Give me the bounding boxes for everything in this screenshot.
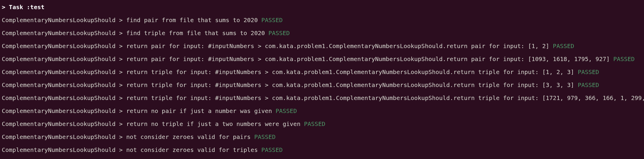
test-description: ComplementaryNumbersLookupShould > retur…: [2, 107, 275, 114]
test-result-line: ComplementaryNumbersLookupShould > retur…: [2, 54, 642, 64]
task-label: Task :test: [9, 4, 44, 11]
test-status: PASSED: [268, 29, 290, 37]
test-status: PASSED: [261, 17, 283, 24]
test-description: ComplementaryNumbersLookupShould > retur…: [2, 120, 304, 127]
test-result-line: ComplementaryNumbersLookupShould > not c…: [2, 132, 642, 142]
test-result-line: ComplementaryNumbersLookupShould > retur…: [2, 80, 642, 90]
test-status: PASSED: [254, 133, 275, 140]
test-result-line: ComplementaryNumbersLookupShould > retur…: [2, 67, 642, 77]
test-status: PASSED: [578, 81, 599, 88]
test-result-line: ComplementaryNumbersLookupShould > retur…: [2, 41, 642, 51]
test-result-line: ComplementaryNumbersLookupShould > retur…: [2, 119, 642, 129]
test-description: ComplementaryNumbersLookupShould > retur…: [2, 42, 553, 50]
test-status: PASSED: [304, 120, 325, 127]
test-description: ComplementaryNumbersLookupShould > not c…: [2, 133, 254, 140]
test-status: PASSED: [613, 55, 635, 63]
test-description: ComplementaryNumbersLookupShould > not c…: [2, 146, 261, 153]
test-description: ComplementaryNumbersLookupShould > retur…: [2, 55, 613, 63]
test-description: ComplementaryNumbersLookupShould > retur…: [2, 94, 644, 101]
test-result-line: ComplementaryNumbersLookupShould > retur…: [2, 106, 642, 116]
test-output: ComplementaryNumbersLookupShould > find …: [2, 15, 642, 155]
test-result-line: ComplementaryNumbersLookupShould > not c…: [2, 145, 642, 155]
test-result-line: ComplementaryNumbersLookupShould > find …: [2, 28, 642, 38]
test-status: PASSED: [275, 107, 297, 114]
test-description: ComplementaryNumbersLookupShould > retur…: [2, 81, 578, 88]
test-description: ComplementaryNumbersLookupShould > retur…: [2, 68, 578, 76]
task-header: > Task :test: [2, 2, 642, 12]
test-description: ComplementaryNumbersLookupShould > find …: [2, 17, 261, 24]
test-status: PASSED: [553, 42, 574, 50]
test-description: ComplementaryNumbersLookupShould > find …: [2, 29, 268, 37]
test-status: PASSED: [578, 68, 599, 76]
test-result-line: ComplementaryNumbersLookupShould > find …: [2, 15, 642, 25]
test-status: PASSED: [261, 146, 283, 153]
test-result-line: ComplementaryNumbersLookupShould > retur…: [2, 93, 642, 103]
prompt-char: >: [2, 4, 5, 11]
